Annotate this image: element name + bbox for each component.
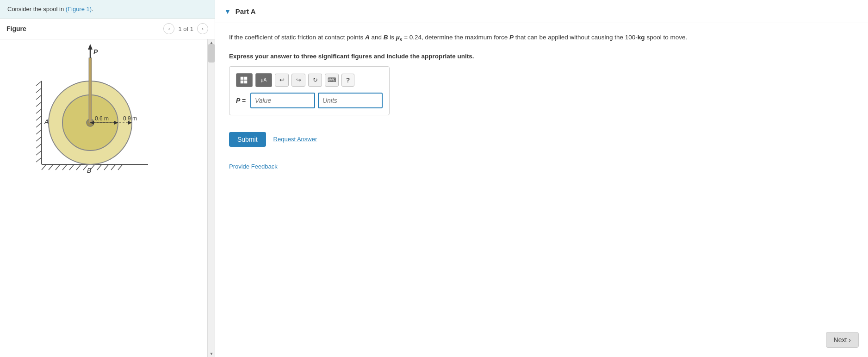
svg-line-4: [36, 102, 42, 106]
redo-button[interactable]: ↪: [291, 74, 305, 87]
svg-rect-29: [89, 58, 92, 123]
next-figure-button[interactable]: ›: [197, 23, 208, 34]
answer-box: μA ↩ ↪ ↻ ⌨ ? P =: [229, 66, 390, 115]
scrollbar[interactable]: ▲ ▼: [207, 39, 215, 357]
next-label: Next: [834, 336, 847, 344]
figure-title: Figure: [6, 25, 26, 32]
p-equals-label: P =: [236, 97, 246, 104]
prev-figure-button[interactable]: ‹: [163, 23, 174, 34]
svg-line-16: [56, 164, 60, 170]
svg-line-10: [36, 144, 42, 148]
units-input[interactable]: [318, 93, 383, 108]
next-chevron-icon: ›: [849, 336, 851, 344]
svg-rect-45: [244, 81, 247, 83]
keyboard-button[interactable]: ⌨: [325, 74, 339, 87]
svg-line-15: [49, 164, 53, 170]
svg-line-12: [36, 157, 42, 162]
next-button[interactable]: Next ›: [826, 332, 859, 348]
request-answer-link[interactable]: Request Answer: [273, 136, 317, 143]
part-header: ▼ Part A: [215, 0, 868, 23]
svg-line-11: [36, 150, 42, 155]
svg-rect-43: [244, 77, 247, 80]
mu-button[interactable]: μA: [255, 73, 272, 87]
svg-line-3: [36, 95, 42, 100]
feedback-section: Provide Feedback: [215, 156, 868, 176]
svg-line-5: [36, 109, 42, 113]
scroll-down-arrow[interactable]: ▼: [208, 351, 215, 357]
input-row: P =: [236, 93, 383, 108]
part-content: If the coefficient of static friction at…: [215, 23, 868, 156]
next-button-container: Next ›: [826, 332, 859, 348]
svg-text:P: P: [93, 48, 98, 56]
undo-button[interactable]: ↩: [275, 74, 289, 87]
figure-header: Figure ‹ 1 of 1 ›: [0, 19, 215, 39]
scroll-up-arrow[interactable]: ▲: [208, 39, 215, 46]
svg-line-19: [76, 164, 81, 170]
svg-rect-44: [241, 81, 243, 83]
svg-marker-31: [88, 44, 93, 50]
svg-line-9: [36, 137, 42, 141]
provide-feedback-link[interactable]: Provide Feedback: [229, 163, 278, 170]
svg-line-7: [36, 123, 42, 127]
svg-line-25: [118, 164, 123, 170]
right-panel: ▼ Part A If the coefficient of static fr…: [215, 0, 868, 357]
value-input[interactable]: [250, 93, 315, 108]
scrollbar-thumb[interactable]: [208, 44, 215, 63]
toolbar: μA ↩ ↪ ↻ ⌨ ?: [236, 73, 383, 87]
reset-button[interactable]: ↻: [308, 74, 322, 87]
svg-line-2: [36, 88, 42, 93]
part-title: Part A: [236, 7, 256, 15]
instruction-text: Express your answer to three significant…: [229, 53, 854, 60]
action-row: Submit Request Answer: [229, 132, 854, 147]
figure-scroll: P A B 0.6 m 0.9 m: [0, 39, 215, 184]
svg-rect-42: [241, 77, 243, 80]
svg-line-6: [36, 116, 42, 120]
collapse-arrow[interactable]: ▼: [224, 8, 231, 15]
figure-nav: ‹ 1 of 1 ›: [163, 23, 208, 34]
matrix-button[interactable]: [236, 73, 253, 87]
svg-text:B: B: [87, 167, 91, 174]
help-button[interactable]: ?: [341, 74, 354, 87]
context-box: Consider the spool in (Figure 1).: [0, 0, 215, 19]
svg-line-17: [62, 164, 67, 170]
svg-text:0.9 m: 0.9 m: [123, 115, 137, 122]
svg-line-14: [42, 164, 46, 170]
svg-line-1: [36, 81, 42, 86]
svg-text:A: A: [44, 118, 49, 125]
spool-diagram: P A B 0.6 m 0.9 m: [5, 44, 162, 178]
problem-text: If the coefficient of static friction at…: [229, 32, 854, 44]
svg-line-23: [104, 164, 109, 170]
svg-line-22: [97, 164, 102, 170]
svg-line-24: [111, 164, 116, 170]
figure-page: 1 of 1: [178, 25, 193, 32]
figure-content: P A B 0.6 m 0.9 m: [0, 39, 215, 357]
svg-line-8: [36, 130, 42, 134]
left-panel: Consider the spool in (Figure 1). Figure…: [0, 0, 215, 357]
submit-button[interactable]: Submit: [229, 132, 266, 147]
svg-text:0.6 m: 0.6 m: [95, 115, 109, 122]
figure-link[interactable]: (Figure 1): [66, 6, 92, 13]
context-text: Consider the spool in: [7, 6, 66, 13]
svg-line-18: [69, 164, 74, 170]
context-suffix: .: [92, 6, 93, 13]
